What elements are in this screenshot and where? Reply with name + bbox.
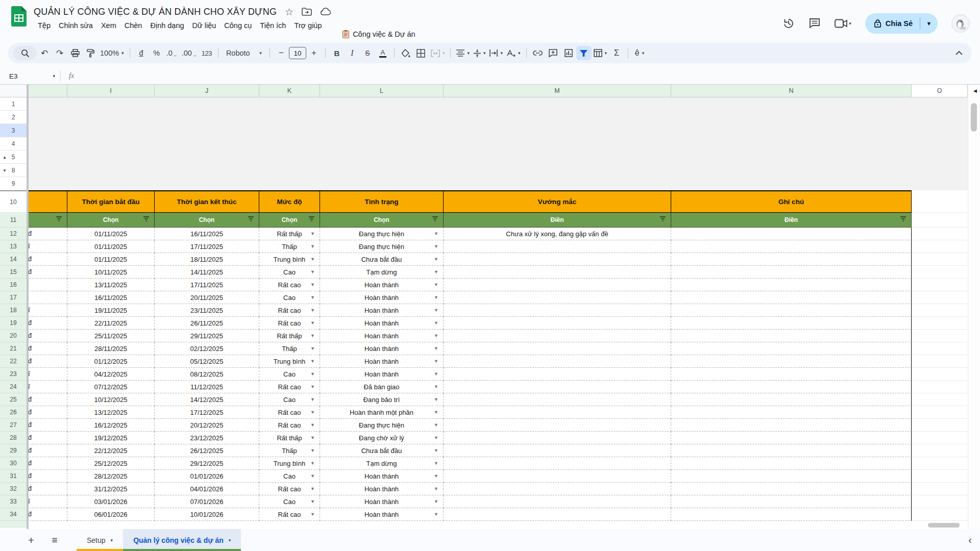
cell-issue[interactable] (444, 304, 671, 317)
cell-outside-table[interactable] (912, 355, 968, 368)
create-filter-button[interactable] (576, 46, 592, 60)
cell-status-dropdown[interactable]: Hoàn thành▼ (320, 355, 444, 368)
sheets-logo-icon[interactable] (11, 6, 27, 27)
decrease-font-size-button[interactable]: − (274, 46, 289, 60)
number-format-button[interactable]: 123 (199, 46, 214, 60)
row-header[interactable]: 12 (0, 228, 27, 240)
bold-button[interactable]: B (329, 46, 345, 60)
cell-start-date[interactable]: 19/11/2025 (67, 304, 155, 317)
row-header[interactable]: 20 (0, 330, 27, 342)
cell-start-date[interactable]: 25/12/2025 (67, 457, 155, 470)
row-header[interactable]: 3 (0, 124, 27, 137)
menu-item-4[interactable]: Định dạng (146, 20, 188, 31)
cell-note[interactable] (671, 291, 912, 304)
cell-status-dropdown[interactable]: Chưa bắt đầu▼ (320, 444, 444, 457)
cell-note[interactable] (671, 304, 912, 317)
comments-icon[interactable] (808, 18, 821, 29)
print-button[interactable] (67, 46, 83, 60)
header-cell-h[interactable] (27, 190, 67, 213)
cell-status-dropdown[interactable]: Đã bàn giao▼ (320, 381, 444, 393)
cell-note[interactable] (671, 457, 912, 470)
cell-status-dropdown[interactable]: Đang chờ xử lý▼ (320, 432, 444, 444)
avatar[interactable] (951, 14, 970, 33)
cell-note[interactable] (671, 381, 912, 393)
vertical-scrollbar[interactable]: ◀ (968, 85, 980, 529)
cell-outside-table[interactable] (912, 304, 968, 317)
cell-start-date[interactable]: 01/11/2025 (67, 253, 155, 266)
cell-status-dropdown[interactable]: Hoàn thành▼ (320, 368, 444, 381)
add-sheet-button[interactable]: + (22, 532, 40, 549)
cell-note[interactable] (671, 393, 912, 406)
cell-task-clipped[interactable]: đ (27, 393, 67, 406)
cell-task-clipped[interactable]: đ (27, 228, 67, 240)
column-header-K[interactable]: K (259, 85, 320, 97)
hide-menus-button[interactable] (951, 46, 967, 60)
cell-note[interactable] (671, 495, 912, 508)
cell-start-date[interactable]: 06/01/2026 (67, 508, 155, 521)
merge-cells-button[interactable]: ▾ (429, 46, 447, 60)
cell-issue[interactable] (444, 368, 671, 381)
cell-priority-dropdown[interactable]: Rất thấp▼ (259, 330, 320, 342)
cell-outside-table[interactable] (912, 240, 968, 253)
cell-outside-table[interactable] (912, 393, 968, 406)
cell-note[interactable] (671, 419, 912, 432)
cell-priority-dropdown[interactable]: Cao▼ (259, 393, 320, 406)
row-header[interactable]: 22 (0, 355, 27, 368)
row-header[interactable]: 34 (0, 508, 27, 521)
font-size-input[interactable]: 10 (289, 47, 306, 59)
cell-priority-dropdown[interactable]: Rất thấp▼ (259, 432, 320, 444)
cell-task-clipped[interactable] (27, 291, 67, 304)
cell-start-date[interactable]: 19/12/2025 (67, 432, 155, 444)
cell-priority-dropdown[interactable]: Thấp▼ (259, 444, 320, 457)
row-header[interactable]: 24 (0, 381, 27, 393)
cell-outside-table[interactable] (912, 213, 968, 228)
row-header[interactable]: ▼8 (0, 164, 27, 177)
cell-note[interactable] (671, 342, 912, 355)
cell-note[interactable] (671, 279, 912, 291)
cell-start-date[interactable]: 22/11/2025 (67, 317, 155, 330)
cell-status-dropdown[interactable]: Hoàn thành▼ (320, 304, 444, 317)
cell-start-date[interactable]: 04/12/2025 (67, 368, 155, 381)
text-rotation-button[interactable]: ▾ (505, 46, 523, 60)
font-select[interactable]: Roboto▾ (222, 46, 266, 60)
cell-outside-table[interactable] (912, 406, 968, 419)
cell-task-clipped[interactable]: đ (27, 330, 67, 342)
cell-issue[interactable] (444, 470, 671, 483)
cell-start-date[interactable]: 28/11/2025 (67, 342, 155, 355)
column-header-h[interactable] (27, 85, 67, 97)
in-cell-filter-icon[interactable] (659, 216, 666, 223)
in-cell-filter-icon[interactable] (900, 216, 906, 223)
row-header[interactable]: 15 (0, 266, 27, 279)
cell-status-dropdown[interactable]: Chưa bắt đầu▼ (320, 253, 444, 266)
cell-note[interactable] (671, 432, 912, 444)
cell-end-date[interactable]: 29/11/2025 (155, 330, 259, 342)
cell-status-dropdown[interactable]: Đang bảo trì▼ (320, 393, 444, 406)
cell-outside-table[interactable] (912, 508, 968, 521)
header-priority[interactable]: Mức độ (259, 190, 320, 213)
input-tools-button[interactable]: ê▾ (632, 46, 647, 60)
cell-outside-table[interactable] (912, 190, 968, 213)
cell-note[interactable] (671, 406, 912, 419)
cell-end-date[interactable]: 29/12/2025 (155, 457, 259, 470)
menu-item-8[interactable]: Trợ giúp (290, 20, 326, 31)
row-header[interactable]: 29 (0, 444, 27, 457)
cell-outside-table[interactable] (912, 419, 968, 432)
empty-cells-region[interactable] (27, 111, 968, 124)
cell-start-date[interactable]: 10/12/2025 (67, 393, 155, 406)
header-end-date[interactable]: Thời gian kết thúc (155, 190, 259, 213)
cell-end-date[interactable]: 07/01/2026 (155, 495, 259, 508)
cell-end-date[interactable]: 20/11/2025 (155, 291, 259, 304)
cell-note[interactable] (671, 483, 912, 495)
cell-note[interactable] (671, 368, 912, 381)
header-start-date[interactable]: Thời gian bắt đầu (67, 190, 155, 213)
cell-task-clipped[interactable]: đ (27, 444, 67, 457)
filter-cell-issues[interactable]: Điền (444, 213, 671, 228)
cell-status-dropdown[interactable]: Hoàn thành▼ (320, 342, 444, 355)
cell-task-clipped[interactable]: đ (27, 253, 67, 266)
cell-priority-dropdown[interactable]: Rất cao▼ (259, 406, 320, 419)
cell-task-clipped[interactable]: đ (27, 457, 67, 470)
scroll-left-indicator-icon[interactable]: ◀ (973, 88, 977, 93)
empty-cells-region[interactable] (27, 124, 968, 137)
cell-start-date[interactable]: 10/11/2025 (67, 266, 155, 279)
column-header-O[interactable]: O (912, 85, 968, 97)
